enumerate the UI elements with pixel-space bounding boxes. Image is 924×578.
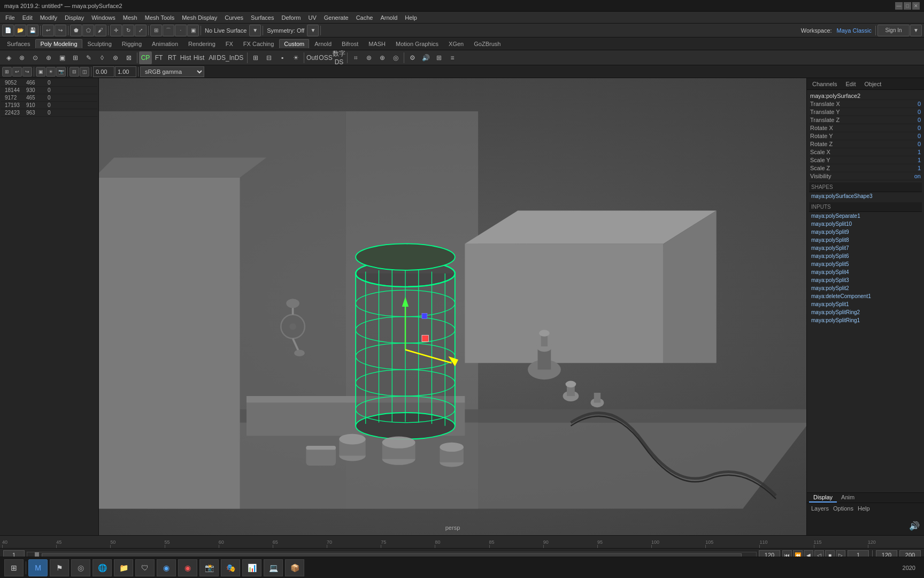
misc-icon-3[interactable]: ⊞	[433, 51, 445, 64]
misc-icon-4[interactable]: ≡	[446, 51, 459, 64]
light-button[interactable]: ☀	[289, 51, 302, 64]
tab-sculpting[interactable]: Sculpting	[83, 39, 117, 48]
visibility-row[interactable]: Visibility on	[809, 172, 922, 180]
scale-x-row[interactable]: Scale X 1	[809, 148, 922, 156]
input-item-12[interactable]: maya:polySplitRing2	[809, 308, 922, 316]
ruler-mark-80[interactable]: 80	[435, 539, 489, 548]
tab-fx-caching[interactable]: FX Caching	[238, 39, 279, 48]
taskbar-btn-8[interactable]: 📸	[199, 559, 219, 576]
taskbar-btn-10[interactable]: 📊	[242, 559, 261, 576]
menu-help[interactable]: Help	[402, 13, 420, 22]
rotate-z-row[interactable]: Rotate Z 0	[809, 140, 922, 148]
options-link[interactable]: Options	[833, 505, 853, 512]
input-item-7[interactable]: maya:polySplit4	[809, 268, 922, 276]
snap-icon[interactable]: ⌗	[349, 51, 362, 64]
undo-button[interactable]: ↩	[42, 25, 54, 36]
tab-custom[interactable]: Custom	[279, 39, 309, 48]
ruler-mark-60[interactable]: 60	[219, 539, 273, 548]
redo-button[interactable]: ↪	[55, 25, 66, 36]
rt-button[interactable]: RT	[166, 51, 179, 64]
taskbar-btn-1[interactable]: ⚑	[50, 559, 69, 576]
maya-taskbar-button[interactable]: M	[28, 559, 48, 576]
input-item-2[interactable]: maya:polySplit9	[809, 228, 922, 236]
taskbar-btn-4[interactable]: 📁	[114, 559, 133, 576]
input-item-4[interactable]: maya:polySplit7	[809, 244, 922, 252]
ruler-mark-85[interactable]: 85	[489, 539, 543, 548]
translate-y-row[interactable]: Translate Y 0	[809, 108, 922, 116]
menu-cache[interactable]: Cache	[353, 13, 376, 22]
ruler-mark-100[interactable]: 100	[651, 539, 705, 548]
input-item-11[interactable]: maya:polySplit1	[809, 300, 922, 308]
ruler-mark-55[interactable]: 55	[165, 539, 219, 548]
menu-mesh-display[interactable]: Mesh Display	[179, 13, 220, 22]
ruler-mark-65[interactable]: 65	[273, 539, 327, 548]
anim-tab[interactable]: Anim	[837, 493, 859, 503]
menu-mesh[interactable]: Mesh	[120, 13, 141, 22]
visibility-value[interactable]: on	[899, 173, 921, 179]
vp-tool-2[interactable]: ↩	[12, 67, 22, 77]
misc-icon-2[interactable]: 🔊	[419, 51, 432, 64]
lasso-tool-button[interactable]: ⬠	[82, 25, 94, 36]
menu-surfaces[interactable]: Surfaces	[248, 13, 277, 22]
translate-y-value[interactable]: 0	[899, 109, 921, 115]
ruler-mark-95[interactable]: 95	[597, 539, 651, 548]
input-item-3[interactable]: maya:polySplit8	[809, 236, 922, 244]
live-surface-dropdown[interactable]: ▼	[249, 25, 261, 36]
taskbar-btn-2[interactable]: ◎	[71, 559, 90, 576]
magnet-icon[interactable]: ⊛	[363, 51, 375, 64]
taskbar-btn-6[interactable]: ◉	[157, 559, 176, 576]
translate-z-value[interactable]: 0	[899, 117, 921, 123]
shelf-icon-6[interactable]: ⊞	[69, 51, 82, 64]
ruler-mark-110[interactable]: 110	[759, 539, 813, 548]
wire-btn[interactable]: ⊟	[70, 67, 79, 77]
menu-edit[interactable]: Edit	[19, 13, 36, 22]
scale-x-value[interactable]: 1	[899, 149, 921, 155]
ruler-mark-120[interactable]: 120	[868, 539, 922, 548]
shelf-icon-3[interactable]: ⊙	[29, 51, 42, 64]
tab-bifrost[interactable]: Bifrost	[337, 39, 363, 48]
hist-all-button[interactable]: Hist	[192, 51, 205, 64]
help-link[interactable]: Help	[858, 505, 870, 512]
input-item-13[interactable]: maya:polySplitRing1	[809, 316, 922, 324]
symmetry-dropdown[interactable]: ▼	[307, 25, 319, 36]
start-button[interactable]: ⊞	[4, 559, 24, 576]
oss-button[interactable]: OSS	[319, 51, 332, 64]
save-file-button[interactable]: 💾	[27, 25, 38, 36]
input-item-6[interactable]: maya:polySplit5	[809, 260, 922, 268]
rotate-x-row[interactable]: Rotate X 0	[809, 124, 922, 132]
deform-icon[interactable]: ⊕	[376, 51, 389, 64]
light-btn-2[interactable]: ☀	[46, 67, 56, 77]
tab-poly-modeling[interactable]: Poly Modeling	[35, 39, 82, 48]
ds2-button[interactable]: 数字DS	[333, 51, 345, 64]
maximize-button[interactable]: □	[904, 2, 911, 10]
ruler-mark-40[interactable]: 40	[2, 539, 56, 548]
ruler-mark-50[interactable]: 50	[110, 539, 164, 548]
shelf-icon-2[interactable]: ⊗	[16, 51, 28, 64]
ruler-mark-45[interactable]: 45	[56, 539, 110, 548]
shelf-icon-7[interactable]: ✎	[82, 51, 95, 64]
edit-tab[interactable]: Edit	[843, 81, 858, 87]
shelf-icon-8[interactable]: ◊	[96, 51, 109, 64]
open-file-button[interactable]: 📂	[14, 25, 26, 36]
taskbar-btn-7[interactable]: ◉	[178, 559, 197, 576]
wire-button[interactable]: ⊟	[263, 51, 275, 64]
input-item-1[interactable]: maya:polySplit10	[809, 220, 922, 228]
input-item-0[interactable]: maya:polySeparate1	[809, 212, 922, 220]
sign-in-button[interactable]: Sign In	[877, 25, 910, 36]
ds-in-button[interactable]: DS_In	[219, 51, 232, 64]
input-item-5[interactable]: maya:polySplit6	[809, 252, 922, 260]
close-button[interactable]: ✕	[912, 2, 920, 10]
ruler-mark-115[interactable]: 115	[814, 539, 868, 548]
rotate-tool-button[interactable]: ↻	[122, 25, 134, 36]
translate-x-value[interactable]: 0	[899, 101, 921, 107]
display-tab[interactable]: Display	[809, 493, 837, 503]
audio-icon[interactable]: 🔊	[909, 521, 920, 531]
menu-arnold[interactable]: Arnold	[377, 13, 401, 22]
tab-rigging[interactable]: Rigging	[117, 39, 147, 48]
tab-motion-graphics[interactable]: Motion Graphics	[391, 39, 443, 48]
ruler-mark-105[interactable]: 105	[705, 539, 759, 548]
shelf-icon-5[interactable]: ▣	[56, 51, 68, 64]
shelf-icon-9[interactable]: ⊛	[109, 51, 122, 64]
gamma-select[interactable]: sRGB gamma	[140, 66, 204, 77]
snap-surface-button[interactable]: ▣	[187, 25, 199, 36]
